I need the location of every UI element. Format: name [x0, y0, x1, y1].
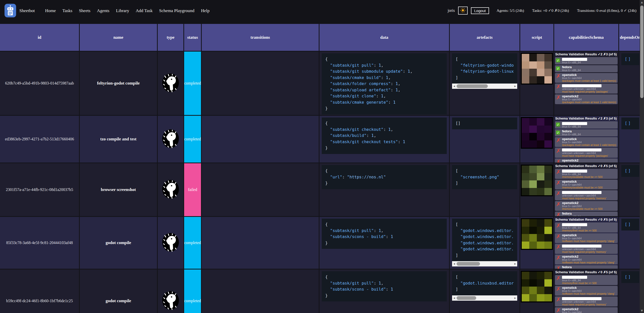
task-id: 620b7c49-a5bd-491b-9803-014d75987aab	[5, 81, 74, 86]
username-label: joris	[448, 8, 455, 13]
vertical-scrollbar[interactable]: ▲ ▼	[640, 0, 644, 313]
schema-entry: ✗opensticklinux 5 • aarch64/packages mus…	[555, 73, 617, 83]
cell-artefacts: [ "godot.windows.editor. "godot.windows.…	[450, 217, 520, 269]
horizontal-scrollbar-thumb[interactable]	[457, 296, 476, 300]
task-id: 85f33c78-3a68-4e5f-9c81-20444103af48	[6, 241, 73, 245]
validation-error: must have required property 'packages'	[562, 154, 616, 157]
vertical-scrollbar-thumb[interactable]	[640, 6, 643, 98]
column-header-id: id	[0, 24, 80, 52]
scroll-left-arrow-icon[interactable]: ◂	[452, 295, 456, 301]
scroll-left-arrow-icon[interactable]: ◂	[452, 261, 456, 266]
artefacts-json-block: []	[452, 118, 517, 129]
table-row: 85f33c78-3a68-4e5f-9c81-20444103af48godo…	[0, 217, 642, 269]
nav-item-tasks[interactable]: Tasks	[59, 8, 76, 13]
cell-type	[158, 269, 184, 313]
task-name: feltyrion-godot compile	[97, 81, 140, 86]
cross-icon: ✗	[556, 73, 560, 79]
script-texture-image	[521, 53, 553, 85]
script-texture-image	[521, 271, 553, 302]
validation-error: must have required property 'memory'	[562, 197, 616, 200]
theme-toggle-button[interactable]	[458, 7, 468, 15]
dodo-icon	[161, 291, 180, 311]
check-icon: ✓	[556, 131, 560, 135]
agent-platform: linux 6 • x86_64	[562, 125, 616, 128]
cell-depends-on: []	[619, 217, 642, 269]
agents-stat: Agents: 5/5 (24h)	[497, 8, 524, 13]
cell-script	[520, 52, 554, 116]
depends-on-block: []	[621, 271, 639, 283]
schema-results-title: Schema Validation Results ✓2 ✗3 (of 5)	[555, 116, 617, 121]
depends-on-block: []	[621, 53, 639, 65]
data-json-block: { "subtask/git pull": 1, "subtask/scons …	[322, 219, 447, 249]
data-json-block: { "url": "https://nos.nl" }	[322, 165, 447, 189]
scroll-left-arrow-icon[interactable]: ◂	[452, 84, 456, 89]
brand-title[interactable]: Sheetbot	[19, 8, 35, 13]
schema-entry: ✗openstick2linux 5 • aarch64/packages mu…	[555, 159, 617, 163]
artefacts-horizontal-scrollbar[interactable]: ◂▸	[452, 84, 517, 89]
nav-item-sheets[interactable]: Sheets	[76, 8, 94, 13]
nav-item-library[interactable]: Library	[113, 8, 132, 13]
cell-script	[520, 163, 554, 217]
horizontal-scrollbar-thumb[interactable]	[457, 84, 488, 88]
column-header-capabilitiesSchema: capabilitiesSchema	[554, 24, 619, 52]
scroll-right-arrow-icon[interactable]: ▸	[513, 261, 517, 266]
redacted-name	[562, 276, 587, 279]
column-header-transitions: transitions	[202, 24, 319, 52]
cell-id: 85f33c78-3a68-4e5f-9c81-20444103af48	[0, 217, 80, 269]
table-row: ed3863eb-2997-4271-a7b2-513d17660406tzo …	[0, 116, 642, 163]
cell-data: { "subtask/git pull": 1, "subtask/scons …	[319, 269, 450, 313]
cell-capabilities-schema: Schema Validation Results ✓0 ✗5 (of 5)✗l…	[554, 217, 619, 269]
scroll-down-arrow-icon[interactable]: ▼	[640, 309, 644, 312]
script-texture-image	[521, 218, 553, 250]
sheetbot-logo-icon[interactable]	[5, 4, 16, 17]
scroll-right-arrow-icon[interactable]: ▸	[513, 295, 517, 301]
nav-item-add-task[interactable]: Add Task	[132, 8, 156, 13]
schema-entry: ✓linux 6 • x86_64	[555, 57, 617, 64]
cross-icon: ✗	[556, 169, 560, 175]
cell-id: ed3863eb-2997-4271-a7b2-513d17660406	[0, 116, 80, 163]
depends-on-block: []	[621, 118, 639, 129]
logout-button[interactable]: Logout	[471, 7, 489, 14]
cell-name: tzo compile and test	[80, 116, 158, 163]
cross-icon: ✗	[556, 222, 560, 229]
cell-depends-on: []	[619, 116, 642, 163]
nav-item-home[interactable]: Home	[42, 8, 59, 13]
validation-error: /packages must contain at least 1 valid …	[562, 80, 616, 82]
redacted-name	[562, 122, 587, 125]
agent-name: fedora	[562, 130, 616, 133]
cell-name: godot compile	[80, 269, 158, 313]
cell-capabilities-schema: Schema Validation Results ✓2 ✗3 (of 5)✓l…	[554, 116, 619, 163]
cell-transitions	[202, 269, 319, 313]
tasks-table: idnametypestatustransitionsdataartefacts…	[0, 24, 642, 313]
nav-item-help[interactable]: Help	[198, 8, 213, 13]
schema-validation-results: Schema Validation Results ✓0 ✗5 (of 5)✗l…	[555, 164, 617, 216]
scroll-up-arrow-icon[interactable]: ▲	[640, 1, 644, 4]
transitions-stat: Transitions: 0 eval (0.0ms), 0 ✓ (24h)	[577, 8, 636, 13]
schema-entry: ✗openstick2linux 5 • aarch64/memory/avai…	[555, 201, 617, 211]
column-header-name: name	[80, 24, 158, 52]
status-badge: failed	[184, 163, 201, 216]
cell-name: feltyrion-godot compile	[80, 52, 158, 116]
schema-entry: ✗unknown unknown • aarch64must have requ…	[555, 148, 617, 158]
validation-error: /memory/available must be >= 500	[562, 186, 616, 189]
cell-status: failed	[184, 163, 202, 217]
cross-icon: ✗	[556, 212, 560, 216]
agent-platform: linux 6 • x86_64	[562, 133, 616, 136]
artefacts-horizontal-scrollbar[interactable]: ◂▸	[452, 261, 517, 266]
task-name: godot compile	[106, 298, 131, 303]
redacted-name	[562, 148, 601, 151]
cross-icon: ✗	[556, 148, 560, 154]
artefacts-horizontal-scrollbar[interactable]: ◂▸	[452, 295, 517, 301]
nav-item-agents[interactable]: Agents	[94, 8, 113, 13]
schema-results-title: Schema Validation Results ✓0 ✗5 (of 5)	[555, 217, 617, 222]
topbar-right: joris Logout Agents: 5/5 (24h) Tasks: +0…	[448, 7, 639, 15]
scroll-right-arrow-icon[interactable]: ▸	[513, 84, 517, 89]
horizontal-scrollbar-thumb[interactable]	[457, 262, 480, 266]
artefacts-json-block: [ "feltyrion-godot-windo "feltyrion-godo…	[452, 53, 517, 84]
dodo-icon	[161, 232, 180, 253]
schema-validation-results: Schema Validation Results ✓0 ✗5 (of 5)✗l…	[555, 270, 617, 313]
schema-entry: ✗unknown unknown • aarch64must have requ…	[555, 84, 617, 94]
redacted-name	[562, 84, 601, 87]
nav-item-schema-playground[interactable]: Schema Playground	[156, 8, 197, 13]
cell-status: completed	[184, 269, 202, 313]
